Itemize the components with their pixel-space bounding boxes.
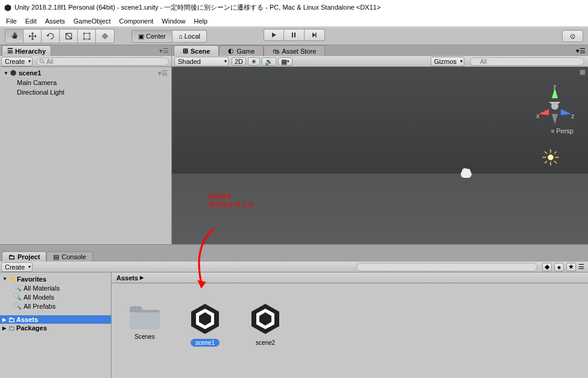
unity-scene-icon — [10, 69, 17, 77]
play-controls — [264, 29, 325, 41]
scene-cam-icon[interactable] — [580, 69, 586, 75]
hierarchy-item-main-camera[interactable]: Main Camera — [0, 78, 171, 87]
search-icon: 🔍 — [13, 302, 22, 310]
scene-tab-icon: ⊞ — [183, 47, 188, 55]
center-button[interactable]: ▣Center — [131, 30, 172, 43]
step-button[interactable] — [305, 29, 325, 41]
game-tab-icon: ◐ — [228, 47, 234, 55]
folder-icon: 🗀 — [8, 316, 15, 323]
collab-icon: ⊙ — [570, 33, 575, 40]
favorites-header[interactable]: ▼★Favorites — [0, 274, 111, 283]
hierarchy-tree[interactable]: ▼ scene1▾☰ Main Camera Directional Light — [0, 67, 171, 244]
projection-label[interactable]: ≡ Persp — [551, 127, 574, 134]
svg-marker-27 — [552, 114, 558, 124]
svg-marker-13 — [10, 70, 16, 76]
project-tree[interactable]: ▼★Favorites 🔍All Materials 🔍All Models 🔍… — [0, 272, 112, 378]
camera-gizmo-icon[interactable] — [461, 171, 472, 178]
pause-button[interactable] — [284, 29, 305, 41]
audio-toggle-button[interactable]: 🔊 — [262, 57, 276, 66]
rect-icon — [83, 32, 91, 40]
svg-point-28 — [551, 102, 558, 110]
menu-help[interactable]: Help — [194, 17, 207, 25]
project-search-input[interactable] — [356, 263, 537, 271]
move-icon — [28, 32, 37, 40]
local-button[interactable]: ⌂Local — [172, 30, 207, 43]
svg-rect-9 — [292, 33, 293, 37]
asset-folder-scenes[interactable]: Scenes — [124, 301, 166, 341]
svg-line-22 — [545, 161, 547, 163]
asset-scene2[interactable]: scene2 — [244, 301, 286, 347]
svg-marker-24 — [539, 109, 549, 115]
expand-icon[interactable]: ▼ — [4, 71, 8, 76]
move-tool-button[interactable] — [24, 30, 42, 43]
rect-tool-button[interactable] — [78, 30, 96, 43]
svg-text:z: z — [571, 112, 575, 119]
project-panel-menu-icon[interactable]: ☰ — [578, 263, 584, 271]
scene-panel-menu-icon[interactable]: ▾☰ — [576, 47, 586, 55]
lighting-toggle-button[interactable]: ☀ — [248, 57, 260, 66]
folder-icon: 🗀 — [8, 324, 15, 332]
hierarchy-item-directional-light[interactable]: Directional Light — [0, 87, 171, 97]
pivot-group: ▣Center ⌂Local — [131, 30, 207, 43]
play-button[interactable] — [264, 29, 284, 41]
gizmos-dropdown[interactable]: Gizmos — [431, 57, 464, 66]
hand-icon — [10, 31, 19, 41]
hierarchy-tab[interactable]: ☰Hierarchy — [2, 45, 51, 56]
menu-assets[interactable]: Assets — [45, 17, 65, 25]
svg-marker-11 — [312, 33, 315, 37]
console-tab[interactable]: ▤Console — [46, 251, 92, 262]
window-titlebar: Unity 2018.2.18f1 Personal (64bit) - sce… — [0, 0, 588, 15]
multi-tool-button[interactable] — [96, 30, 114, 43]
asset-store-tab[interactable]: 🛍Asset Store — [264, 45, 325, 56]
packages-folder[interactable]: ▶🗀Packages — [0, 324, 111, 332]
breadcrumb[interactable]: Assets ▶ — [112, 272, 588, 283]
scale-tool-button[interactable] — [60, 30, 78, 43]
console-icon: ▤ — [53, 253, 59, 261]
assets-folder[interactable]: ▶🗀Assets — [0, 315, 111, 324]
chevron-right-icon: ▶ — [140, 275, 144, 280]
menu-component[interactable]: Component — [119, 17, 153, 25]
scene-viewport[interactable]: y x z ≡ Persp — [172, 67, 588, 244]
menu-gameobject[interactable]: GameObject — [74, 17, 111, 25]
asset-label: scene1 — [191, 339, 220, 347]
2d-toggle-button[interactable]: 2D — [232, 57, 246, 66]
folder-icon — [127, 301, 162, 330]
scale-icon — [65, 32, 73, 40]
directional-light-gizmo-icon[interactable] — [542, 148, 560, 166]
orientation-gizmo[interactable]: y x z — [534, 85, 576, 127]
favorite-all-materials[interactable]: 🔍All Materials — [0, 283, 111, 292]
svg-marker-8 — [272, 33, 276, 37]
hierarchy-search-input[interactable] — [36, 57, 169, 66]
favorite-all-models[interactable]: 🔍All Models — [0, 292, 111, 301]
create-dropdown[interactable]: Create — [1, 57, 33, 66]
favorite-all-prefabs[interactable]: 🔍All Prefabs — [0, 301, 111, 310]
multi-icon — [101, 32, 109, 40]
svg-text:y: y — [553, 85, 557, 89]
hierarchy-scene-root[interactable]: ▼ scene1▾☰ — [0, 68, 171, 78]
play-icon — [270, 31, 277, 39]
search-favorite-icon[interactable]: ★ — [566, 263, 576, 271]
project-create-dropdown[interactable]: Create — [1, 262, 33, 272]
panel-menu-icon[interactable]: ▾☰ — [159, 47, 169, 55]
rotate-tool-button[interactable] — [42, 30, 60, 43]
game-tab[interactable]: ◐Game — [219, 45, 264, 56]
scene-tab[interactable]: ⊞Scene — [174, 45, 219, 56]
star-icon: ★ — [10, 275, 16, 283]
hand-tool-button[interactable] — [5, 30, 24, 43]
scene-menu-icon[interactable]: ▾☰ — [158, 69, 168, 77]
menu-window[interactable]: Window — [162, 17, 185, 25]
asset-label: scene2 — [251, 339, 280, 347]
asset-grid[interactable]: Scenes scene1 scene2 — [112, 283, 588, 378]
scene-search-input[interactable] — [470, 57, 584, 66]
project-tab[interactable]: 🗀Project — [2, 251, 46, 262]
svg-point-6 — [89, 39, 90, 40]
pause-icon — [290, 31, 297, 39]
search-filter-icon-2[interactable]: ● — [554, 263, 564, 271]
asset-scene1[interactable]: scene1 — [184, 301, 226, 347]
search-filter-icon-1[interactable]: ◆ — [542, 263, 552, 271]
menu-edit[interactable]: Edit — [25, 17, 37, 25]
menu-file[interactable]: File — [6, 17, 17, 25]
fx-toggle-button[interactable]: ▦▾ — [278, 57, 292, 66]
collab-button[interactable]: ⊙ — [562, 30, 583, 42]
shaded-dropdown[interactable]: Shaded — [174, 57, 229, 66]
